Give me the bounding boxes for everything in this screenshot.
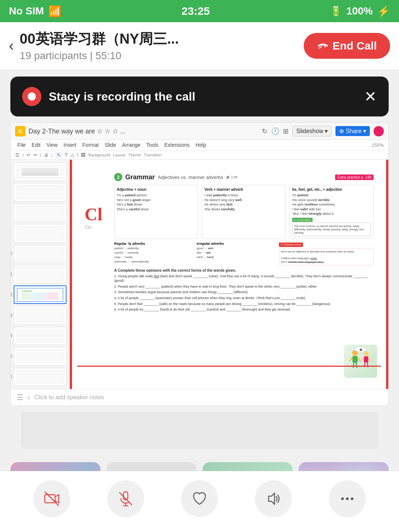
time-label: 23:25 xyxy=(181,5,210,17)
svg-point-27 xyxy=(346,498,349,500)
back-button[interactable]: ‹ xyxy=(9,37,14,54)
grammar-columns: Adjective + noun I'm a patient person. H… xyxy=(114,185,374,239)
exercise-1: 1. Young people talk really fast (fast) … xyxy=(114,274,374,283)
slide-illustration: 👨‍👩‍👧 xyxy=(344,345,377,378)
more-button[interactable] xyxy=(329,480,366,517)
menu-slide[interactable]: Slide xyxy=(102,141,118,149)
grammar-header: 2 Grammar Adjectives vs. manner adverbs … xyxy=(114,173,374,181)
toolbar-separator: | xyxy=(23,153,24,157)
slides-main: 6 7 8 9 10 xyxy=(11,160,388,389)
status-right: 🔋 100% ⚡ xyxy=(330,5,390,17)
menu-file[interactable]: File xyxy=(15,141,28,149)
svg-point-26 xyxy=(341,498,344,500)
print-icon[interactable]: 🖨 xyxy=(44,152,48,157)
slide-thumb-9[interactable]: 9 xyxy=(14,224,66,242)
icon-toolbar: ☰ | ↩ ↪ | 🖨 | ↖ T △ \ 🖼 Background Layou… xyxy=(11,150,388,160)
col1-title: Adjective + noun xyxy=(117,187,195,192)
mic-off-icon xyxy=(117,490,134,507)
in-conversation-text: The most common -ly manner adverbs are q… xyxy=(292,223,371,236)
svg-line-8 xyxy=(361,358,364,361)
extra-practice: Extra practice p. 148 xyxy=(335,174,374,180)
slide-thumb-7[interactable]: 7 xyxy=(14,183,66,201)
text-tool[interactable]: T xyxy=(65,152,68,157)
slide-content-area: Cl Clic 2 Grammar Adjectives vs. manner … xyxy=(70,160,388,389)
record-indicator xyxy=(22,87,41,106)
line-tool[interactable]: \ xyxy=(77,152,78,157)
redo-icon[interactable]: ↪ xyxy=(33,152,37,157)
menu-tools[interactable]: Tools xyxy=(144,141,161,149)
theme-label: Theme xyxy=(128,153,141,157)
speaker-notes[interactable]: ☰ ‹ Click to add speaker notes xyxy=(11,389,388,406)
recording-notification: Stacy is recording the call ✕ xyxy=(10,77,389,116)
svg-rect-7 xyxy=(364,356,368,362)
audio-icon: 🔊 1.45 xyxy=(226,175,238,179)
end-call-button[interactable]: End Call xyxy=(304,33,390,59)
slide-thumb-12[interactable]: 12 2 Grammar xyxy=(14,285,66,304)
call-info: 00英语学习群（NY周三... 19 participants | 55:10 xyxy=(20,30,179,62)
grammar-num: 2 xyxy=(114,173,122,181)
svg-marker-25 xyxy=(269,493,274,504)
shape-tool[interactable]: △ xyxy=(71,152,74,157)
wifi-icon: 📶 xyxy=(48,5,61,17)
record-dot-inner xyxy=(28,92,36,101)
image-tool[interactable]: 🖼 xyxy=(81,152,85,157)
empty-area xyxy=(21,412,378,449)
phone-icon xyxy=(317,40,329,52)
slides-panel[interactable]: 6 7 8 9 10 xyxy=(11,160,70,389)
notes-icon: ☰ xyxy=(17,393,23,402)
transition-label: Transition xyxy=(144,153,161,157)
grammar-col-2: Verb + manner adverb I wait patiently in… xyxy=(202,185,286,239)
in-conversation-badge: In conversation xyxy=(292,218,313,222)
slide-accent-bar-right xyxy=(386,160,388,389)
slide-thumb-14[interactable]: 14 xyxy=(14,327,66,345)
menu-format[interactable]: Format xyxy=(80,141,101,149)
icon-grid: ⊞ xyxy=(283,127,289,135)
slide-click-text: Clic xyxy=(85,225,92,230)
status-left: No SIM 📶 xyxy=(9,5,61,17)
slide-thumb-8[interactable]: 8 xyxy=(14,204,66,222)
bottom-toolbar xyxy=(0,471,399,532)
menu-insert[interactable]: Insert xyxy=(61,141,79,149)
notes-nav[interactable]: ‹ xyxy=(28,394,30,401)
irregular-adverbs: Irregular adverbs good → well late → lat… xyxy=(197,242,275,265)
cursor-tool[interactable]: ↖ xyxy=(55,152,62,158)
icon-clock: 🕐 xyxy=(271,127,279,135)
carrier-label: No SIM xyxy=(9,5,44,17)
regular-adverbs: Regular -ly adverbs patient → patiently … xyxy=(114,242,193,265)
layout-label: Layout xyxy=(113,153,125,157)
header-left: ‹ 00英语学习群（NY周三... 19 participants | 55:1… xyxy=(9,30,179,62)
col3-text: I'm patient. His voice sounds terrible. … xyxy=(292,193,371,216)
menu-icon: ☰ xyxy=(15,152,20,158)
menu-edit[interactable]: Edit xyxy=(30,141,43,149)
camera-off-icon xyxy=(43,490,60,507)
menu-extensions[interactable]: Extensions xyxy=(162,141,192,149)
mic-button[interactable] xyxy=(107,480,144,517)
slide-thumb-15[interactable]: 15 xyxy=(14,347,66,365)
slideshow-button[interactable]: Slideshow ▾ xyxy=(292,126,332,136)
slides-toolbar: File Edit View Insert Format Slide Arran… xyxy=(11,140,388,150)
grammar-title: Grammar xyxy=(125,173,155,181)
notes-placeholder[interactable]: Click to add speaker notes xyxy=(34,394,104,401)
speaker-icon xyxy=(265,490,282,507)
speaker-button[interactable] xyxy=(255,480,292,517)
col2-text: I wait patiently in lines. He doesn't si… xyxy=(204,193,283,211)
share-button[interactable]: ⊕ Share ▾ xyxy=(335,126,370,136)
call-subtitle: 19 participants | 55:10 xyxy=(20,50,179,62)
slide-thumb-6[interactable]: 6 xyxy=(14,163,66,181)
menu-help[interactable]: Help xyxy=(193,141,208,149)
undo-icon[interactable]: ↩ xyxy=(27,152,30,157)
slide-thumb-11[interactable]: 11 xyxy=(14,265,66,283)
slide-accent-bar xyxy=(70,160,72,389)
col2-title: Verb + manner adverb xyxy=(204,187,283,192)
speaker-btn-circle xyxy=(255,480,292,517)
slide-thumb-10[interactable]: 10 xyxy=(14,245,66,263)
react-button[interactable] xyxy=(181,480,218,517)
camera-button[interactable] xyxy=(33,480,70,517)
menu-arrange[interactable]: Arrange xyxy=(120,141,143,149)
slide-thumb-16[interactable]: 16 xyxy=(14,368,66,386)
svg-line-4 xyxy=(353,363,354,368)
close-recording-button[interactable]: ✕ xyxy=(364,88,377,105)
menu-view[interactable]: View xyxy=(44,141,60,149)
grammar-col-3: be, feel, get, etc., + adjective I'm pat… xyxy=(290,185,374,239)
slide-thumb-13[interactable]: 13 xyxy=(14,306,66,324)
